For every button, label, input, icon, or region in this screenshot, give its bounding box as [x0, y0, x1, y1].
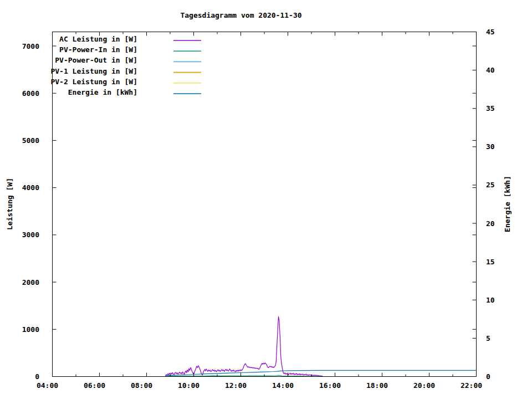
y-right-tick-label: 20 — [486, 219, 495, 228]
legend-label: PV-Power-Out in [W] — [55, 56, 137, 64]
y-right-tick-label: 25 — [486, 181, 495, 189]
x-tick-label: 10:00 — [178, 381, 200, 390]
y-right-tick-label: 15 — [486, 258, 495, 266]
y-right-tick-label: 35 — [486, 104, 495, 112]
y-left-tick-label: 3000 — [22, 231, 39, 239]
series-line-1 — [166, 316, 323, 376]
x-tick-label: 06:00 — [84, 381, 105, 390]
chart-page: Tagesdiagramm vom 2020-11-30 Leistung [W… — [0, 0, 532, 399]
legend-label: PV-1 Leistung in [W] — [50, 67, 137, 75]
legend-label: Energie in [kWh] — [68, 88, 137, 96]
x-tick-label: 22:00 — [461, 381, 482, 390]
x-tick-label: 12:00 — [225, 381, 247, 390]
series-curves — [166, 316, 477, 376]
y-left-tick-label: 0 — [35, 372, 39, 381]
x-tick-label: 18:00 — [366, 381, 388, 390]
legend-label: PV-2 Leistung in [W] — [50, 78, 137, 86]
x-tick-label: 16:00 — [319, 381, 341, 390]
x-tick-label: 14:00 — [272, 381, 294, 390]
y-right-tick-label: 5 — [486, 334, 490, 342]
x-tick-label: 08:00 — [131, 381, 152, 390]
y-left-tick-label: 7000 — [22, 42, 39, 50]
legend: AC Leistung in [W]PV-Power-In in [W]PV-P… — [50, 35, 201, 96]
y-left-tick-label: 4000 — [22, 183, 39, 192]
legend-label: PV-Power-In in [W] — [59, 45, 137, 54]
tagesdiagramm-chart: Tagesdiagramm vom 2020-11-30 Leistung [W… — [0, 0, 532, 399]
x-tick-label: 04:00 — [37, 381, 58, 390]
y-axis-right-label: Energie [kWh] — [503, 176, 511, 232]
x-tick-label: 20:00 — [413, 381, 435, 390]
y-left-tick-label: 6000 — [22, 89, 39, 98]
y-right-tick-label: 40 — [486, 66, 495, 74]
series-line-6 — [166, 370, 477, 376]
chart-title: Tagesdiagramm vom 2020-11-30 — [180, 11, 301, 19]
legend-label: AC Leistung in [W] — [59, 35, 137, 43]
y-left-tick-label: 5000 — [22, 136, 39, 145]
y-right-tick-label: 45 — [486, 28, 495, 36]
y-right-tick-label: 10 — [486, 296, 495, 304]
y-left-tick-label: 2000 — [22, 278, 39, 287]
y-left-tick-label: 1000 — [22, 325, 39, 334]
y-right-tick-label: 30 — [486, 142, 495, 151]
y-axis-left-label: Leistung [W] — [6, 178, 14, 230]
y-right-tick-label: 0 — [486, 372, 490, 381]
